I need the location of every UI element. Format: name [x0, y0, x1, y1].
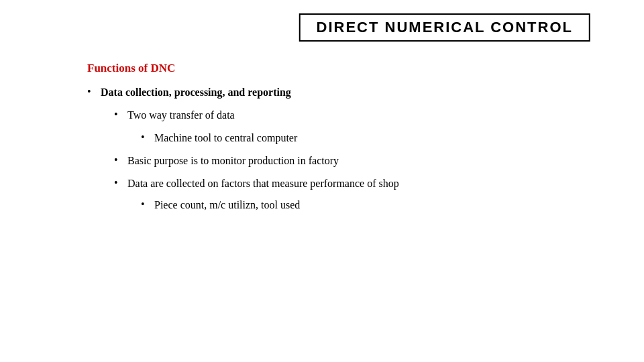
bullet-item-level3-0: • Machine tool to central computer [141, 130, 590, 146]
bullet-item-level2-0: • Two way transfer of data [114, 107, 590, 123]
bullet-dot-l3-sub-0: • [141, 197, 154, 212]
bullet-dot-l3-0: • [141, 130, 154, 145]
bullet-text-l2-0: Two way transfer of data [127, 107, 235, 123]
bullet-item-level2-1: • Basic purpose is to monitor production… [114, 153, 590, 169]
bullet-item-level1: • Data collection, processing, and repor… [87, 84, 590, 101]
bullet-item-level2-2: • Data are collected on factors that mea… [114, 176, 590, 213]
title-box: DIRECT NUMERICAL CONTROL [299, 13, 590, 42]
bullet-dot-l1: • [87, 84, 101, 99]
bullet-text-l2-2: Data are collected on factors that measu… [127, 176, 399, 192]
bullet-dot-l2-2: • [114, 176, 127, 190]
bullet-text-l2-1: Basic purpose is to monitor production i… [127, 153, 339, 169]
page-container: DIRECT NUMERICAL CONTROL Functions of DN… [0, 0, 644, 362]
bullet-text-l3-sub-0: Piece count, m/c utilizn, tool used [154, 197, 300, 213]
bullet-dot-l2-0: • [114, 107, 127, 122]
bullet-item-level3-sub-0: • Piece count, m/c utilizn, tool used [141, 197, 399, 213]
bullet-text-l3-0: Machine tool to central computer [154, 130, 297, 146]
functions-heading: Functions of DNC [87, 62, 590, 75]
bullet-text-l1: Data collection, processing, and reporti… [101, 84, 291, 101]
bullet-dot-l2-1: • [114, 153, 127, 168]
page-title: DIRECT NUMERICAL CONTROL [317, 19, 573, 36]
